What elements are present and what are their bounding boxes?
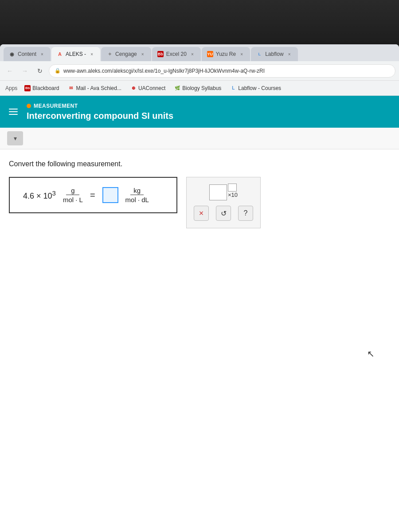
section-label: MEASUREMENT — [34, 103, 78, 109]
mail-favicon: ✉ — [68, 85, 74, 91]
bookmark-mail-label: Mail - Ava Schied... — [76, 85, 121, 91]
labflow-favicon: L — [230, 85, 236, 91]
tab-yuzu[interactable]: YU Yuzu Re × — [202, 47, 250, 61]
tab-favicon-aleks: A — [57, 51, 63, 57]
dropdown-area: ▾ — [0, 128, 399, 149]
tab-label-aleks: ALEKS - — [66, 51, 86, 57]
dropdown-chevron-icon: ▾ — [14, 135, 17, 142]
tab-close-excel[interactable]: × — [189, 51, 196, 57]
tab-label-yuzu: Yuzu Re — [216, 51, 236, 57]
answer-panel: ×10 × ↺ ? — [186, 177, 261, 228]
bookmark-blackboard-label: Blackboard — [32, 85, 59, 91]
tab-close-content[interactable]: × — [39, 51, 45, 57]
right-fraction-numerator: kg — [130, 187, 144, 195]
equals-sign: = — [90, 190, 95, 200]
tab-close-yuzu[interactable]: × — [239, 51, 245, 57]
problem-instruction: Convert the following measurement. — [9, 160, 390, 168]
reload-button[interactable]: ↻ — [34, 65, 46, 77]
answer-input-box[interactable] — [102, 187, 118, 203]
mantissa-input[interactable] — [209, 184, 227, 200]
forward-button[interactable]: → — [19, 65, 31, 77]
tab-bar: ◉ Content × A ALEKS - × ✦ Cengage × Bb E… — [0, 44, 399, 61]
tab-favicon-yuzu: YU — [207, 51, 213, 57]
equation-box: 4.6 × 103 g mol · L = kg mol · dL — [9, 177, 177, 213]
section-label-row: MEASUREMENT — [27, 103, 173, 109]
tab-favicon-cengage: ✦ — [106, 51, 113, 57]
address-text: www-awn.aleks.com/alekscgi/x/lsl.exe/1o_… — [63, 68, 390, 74]
problem-area: Convert the following measurement. 4.6 ×… — [0, 149, 399, 239]
tab-aleks[interactable]: A ALEKS - × — [51, 47, 100, 61]
tab-close-labflow[interactable]: × — [286, 51, 293, 57]
tab-label-cengage: Cengage — [115, 51, 137, 57]
lock-icon: 🔒 — [55, 68, 61, 74]
equation-row: 4.6 × 103 g mol · L = kg mol · dL — [23, 187, 163, 203]
x10-label: ×10 — [228, 192, 238, 198]
help-button[interactable]: ? — [238, 206, 253, 221]
bookmark-blackboard[interactable]: Bb Blackboard — [21, 83, 63, 93]
right-fraction-denominator: mol · dL — [125, 196, 149, 203]
bookmark-mail[interactable]: ✉ Mail - Ava Schied... — [64, 83, 125, 93]
apps-label: Apps — [5, 85, 17, 91]
tab-favicon-excel: Bb — [157, 51, 164, 57]
action-buttons: × ↺ ? — [194, 206, 253, 221]
tab-favicon-labflow: L — [256, 51, 262, 57]
bookmark-labflow[interactable]: L Labflow - Courses — [227, 83, 285, 93]
right-fraction: kg mol · dL — [125, 187, 149, 203]
undo-button[interactable]: ↺ — [216, 206, 231, 221]
tab-close-cengage[interactable]: × — [140, 51, 146, 57]
problem-container: 4.6 × 103 g mol · L = kg mol · dL — [9, 177, 390, 228]
bookmark-bio-label: Biology Syllabus — [182, 85, 221, 91]
tab-excel[interactable]: Bb Excel 20 × — [152, 47, 201, 61]
aleks-header: MEASUREMENT Interconverting compound SI … — [0, 96, 399, 128]
bookmark-uaconnect[interactable]: ⊕ UAConnect — [127, 83, 169, 93]
aleks-header-content: MEASUREMENT Interconverting compound SI … — [27, 103, 173, 121]
tab-labflow[interactable]: L Labflow × — [251, 47, 297, 61]
hamburger-menu[interactable] — [7, 107, 20, 117]
tab-label-labflow: Labflow — [265, 51, 283, 57]
tab-cengage[interactable]: ✦ Cengage × — [101, 47, 151, 61]
tab-label-content: Content — [18, 51, 36, 57]
browser-window: ◉ Content × A ALEKS - × ✦ Cengage × Bb E… — [0, 44, 399, 532]
back-button[interactable]: ← — [4, 65, 16, 77]
hamburger-line-1 — [9, 109, 18, 110]
page-content: MEASUREMENT Interconverting compound SI … — [0, 96, 399, 532]
left-fraction: g mol · L — [63, 187, 83, 203]
tab-favicon-content: ◉ — [9, 51, 15, 57]
help-icon: ? — [244, 209, 248, 217]
orange-dot — [27, 104, 31, 108]
clear-button[interactable]: × — [194, 206, 209, 221]
bookmarks-bar: Apps Bb Blackboard ✉ Mail - Ava Schied..… — [0, 81, 399, 96]
exponent-input-area: ×10 — [209, 184, 238, 200]
coefficient: 4.6 × 103 — [23, 189, 56, 201]
dropdown-button[interactable]: ▾ — [7, 131, 23, 145]
uaconnect-favicon: ⊕ — [130, 85, 137, 91]
exponent-input[interactable] — [228, 184, 237, 192]
blackboard-favicon: Bb — [24, 85, 31, 91]
undo-icon: ↺ — [221, 209, 227, 218]
left-fraction-numerator: g — [66, 187, 79, 195]
bookmark-labflow-label: Labflow - Courses — [238, 85, 281, 91]
address-bar-area: ← → ↻ 🔒 www-awn.aleks.com/alekscgi/x/lsl… — [0, 61, 399, 81]
close-icon: × — [199, 209, 204, 218]
exponent: 3 — [52, 189, 56, 197]
bio-favicon: 🌿 — [174, 85, 180, 91]
topic-title: Interconverting compound SI units — [27, 111, 173, 121]
tab-label-excel: Excel 20 — [166, 51, 187, 57]
tab-content[interactable]: ◉ Content × — [4, 47, 51, 61]
bookmark-bio-syllabus[interactable]: 🌿 Biology Syllabus — [171, 83, 225, 93]
left-fraction-denominator: mol · L — [63, 196, 83, 203]
hamburger-line-2 — [9, 111, 18, 112]
tab-close-aleks[interactable]: × — [89, 51, 95, 57]
hamburger-line-3 — [9, 114, 18, 115]
bookmark-uaconnect-label: UAConnect — [138, 85, 165, 91]
address-bar[interactable]: 🔒 www-awn.aleks.com/alekscgi/x/lsl.exe/1… — [49, 64, 395, 78]
